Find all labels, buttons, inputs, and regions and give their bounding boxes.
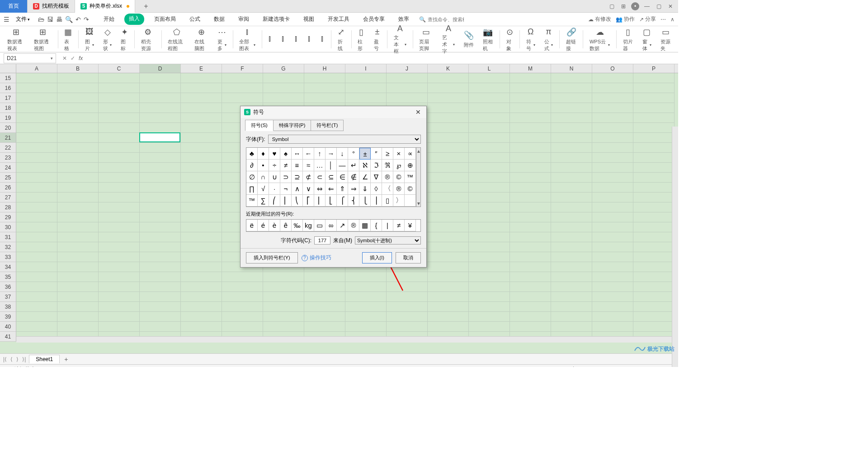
cell[interactable] [510, 143, 551, 153]
ribbon-照相机[interactable]: 📷照相机 [478, 27, 498, 52]
cell[interactable] [633, 133, 675, 143]
cell[interactable] [592, 143, 633, 153]
next-sheet-icon[interactable]: ⟩ [15, 356, 20, 362]
cell[interactable] [57, 292, 99, 302]
tab-add[interactable]: + [135, 0, 157, 13]
cell[interactable] [181, 103, 222, 113]
cell[interactable] [428, 103, 469, 113]
cell[interactable] [428, 153, 469, 163]
cell[interactable] [551, 143, 592, 153]
cell[interactable] [99, 232, 140, 242]
col-header[interactable]: L [469, 64, 510, 73]
cell[interactable] [181, 322, 222, 332]
cell[interactable] [510, 133, 551, 143]
ribbon-形状[interactable]: ◇形状▾ [99, 27, 117, 52]
cell[interactable] [428, 212, 469, 222]
cell[interactable] [387, 292, 428, 302]
cloud-status[interactable]: ☁有修改 [588, 15, 611, 23]
fx-icon[interactable]: fx [79, 55, 83, 61]
row-header[interactable]: 32 [0, 242, 16, 252]
cell[interactable] [428, 133, 469, 143]
cell[interactable] [99, 212, 140, 222]
cell[interactable] [57, 302, 99, 312]
cell[interactable] [387, 73, 428, 83]
symbol-cell[interactable]: ≡ [292, 160, 303, 171]
cell[interactable] [469, 83, 510, 93]
tab-start[interactable]: 开始 [100, 14, 118, 25]
cell[interactable] [510, 252, 551, 262]
cell[interactable] [633, 113, 675, 123]
cell[interactable] [551, 183, 592, 193]
cell[interactable] [633, 222, 675, 232]
symbol-cell[interactable]: ™ [405, 171, 416, 183]
ribbon-柱形[interactable]: ▯柱形 [353, 27, 369, 52]
cell[interactable] [428, 143, 469, 153]
cell[interactable] [99, 282, 140, 292]
cell[interactable] [304, 322, 345, 332]
cell[interactable] [181, 222, 222, 232]
cell[interactable] [592, 123, 633, 133]
cell[interactable] [592, 292, 633, 302]
cell[interactable] [57, 173, 99, 183]
cell[interactable] [263, 282, 304, 292]
cell[interactable] [181, 83, 222, 93]
settings-corner-icon[interactable]: ⚙ [4, 367, 9, 367]
cell[interactable] [469, 133, 510, 143]
symbol-cell[interactable]: ″ [371, 148, 382, 160]
row-header[interactable]: 15 [0, 73, 16, 83]
cell[interactable] [263, 93, 304, 103]
cell[interactable] [57, 73, 99, 83]
cell[interactable] [592, 73, 633, 83]
cell[interactable] [345, 272, 387, 282]
cell[interactable] [469, 193, 510, 202]
cell[interactable] [16, 73, 57, 83]
cell[interactable] [140, 163, 181, 173]
cell[interactable] [16, 123, 57, 133]
col-header[interactable]: O [592, 64, 633, 73]
cell[interactable] [510, 312, 551, 322]
cell[interactable] [181, 302, 222, 312]
cell[interactable] [551, 123, 592, 133]
row-header[interactable]: 25 [0, 173, 16, 183]
cell[interactable] [99, 153, 140, 163]
cancel-formula-icon[interactable]: ✕ [62, 55, 67, 61]
cell[interactable] [16, 282, 57, 292]
cell[interactable] [57, 222, 99, 232]
cell[interactable] [57, 282, 99, 292]
cell[interactable] [510, 153, 551, 163]
cell[interactable] [140, 312, 181, 322]
cell[interactable] [16, 133, 57, 143]
cell[interactable] [57, 93, 99, 103]
tab-review[interactable]: 审阅 [235, 14, 253, 25]
cell[interactable] [345, 302, 387, 312]
hamburger-icon[interactable]: ☰ [4, 16, 9, 23]
symbol-cell[interactable]: ∧ [292, 183, 303, 195]
grid-apps-icon[interactable]: ⊞ [619, 2, 627, 10]
cell[interactable] [140, 83, 181, 93]
cell[interactable] [99, 272, 140, 282]
cell[interactable] [592, 93, 633, 103]
cell[interactable] [16, 252, 57, 262]
symbol-cell[interactable]: ∩ [258, 171, 269, 183]
ribbon-在线脑图[interactable]: ⊕在线脑图 [190, 27, 213, 52]
cell[interactable] [263, 322, 304, 332]
ribbon-盈亏[interactable]: ±盈亏 [369, 27, 386, 52]
symbol-cell[interactable]: ÷ [269, 160, 280, 171]
cell[interactable] [181, 282, 222, 292]
symbol-cell[interactable]: ℑ [371, 160, 382, 171]
row-header[interactable]: 37 [0, 292, 16, 302]
tab-dev[interactable]: 开发工具 [324, 14, 353, 25]
cell[interactable] [469, 73, 510, 83]
cell[interactable] [140, 242, 181, 252]
cell[interactable] [551, 93, 592, 103]
row-header[interactable]: 20 [0, 123, 16, 133]
last-sheet-icon[interactable]: ⟩| [21, 356, 27, 362]
cell[interactable] [99, 103, 140, 113]
cell[interactable] [469, 93, 510, 103]
cell[interactable] [510, 242, 551, 252]
cell[interactable] [181, 143, 222, 153]
row-header[interactable]: 21 [0, 133, 16, 143]
cell[interactable] [469, 212, 510, 222]
dlg-tab-bar[interactable]: 符号栏(T) [311, 120, 344, 131]
cell[interactable] [633, 143, 675, 153]
